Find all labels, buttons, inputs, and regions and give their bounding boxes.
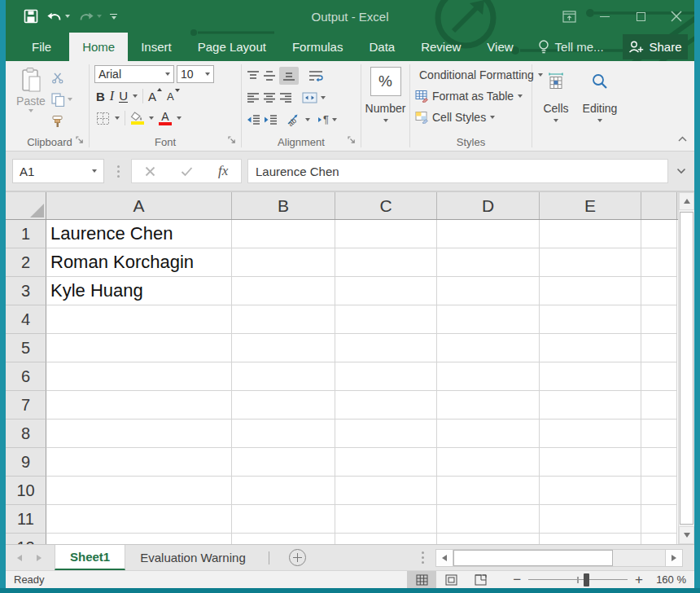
row-header-7[interactable]: 7 [6, 391, 46, 419]
cell-E7[interactable] [540, 391, 641, 419]
cell-A5[interactable] [46, 334, 232, 362]
column-header-partial[interactable] [641, 192, 677, 219]
fill-color-button[interactable] [130, 112, 144, 125]
row-header-5[interactable]: 5 [6, 334, 46, 362]
ribbon-tab-page-layout[interactable]: Page Layout [185, 33, 279, 61]
zoom-slider[interactable] [528, 573, 628, 586]
format-painter-button[interactable] [50, 112, 72, 130]
cell-F9[interactable] [641, 448, 677, 477]
cut-button[interactable] [50, 68, 72, 86]
ribbon-tab-data[interactable]: Data [356, 33, 408, 61]
cell-C4[interactable] [335, 305, 437, 334]
cell-F5[interactable] [641, 334, 677, 362]
scroll-right-button[interactable] [665, 549, 683, 567]
row-header-11[interactable]: 11 [6, 505, 46, 534]
ribbon-tab-view[interactable]: View [474, 33, 526, 61]
select-all-corner[interactable] [6, 192, 46, 219]
cell-A12[interactable] [46, 534, 232, 544]
cell-B5[interactable] [232, 334, 335, 362]
cell-B12[interactable] [232, 534, 335, 544]
cell-A2[interactable]: Roman Korchagin [46, 248, 232, 277]
font-name-combobox[interactable]: Arial [94, 65, 174, 83]
horizontal-scrollbar-thumb[interactable] [453, 550, 613, 566]
cell-B10[interactable] [232, 477, 335, 505]
cell-C7[interactable] [335, 391, 437, 419]
cell-E12[interactable] [540, 534, 641, 544]
align-left-button[interactable] [247, 92, 260, 103]
close-button[interactable] [658, 0, 694, 33]
cell-C6[interactable] [335, 362, 437, 391]
ribbon-tab-insert[interactable]: Insert [128, 33, 185, 61]
ribbon-tab-home[interactable]: Home [69, 33, 128, 61]
sheet-tab-sheet1[interactable]: Sheet1 [55, 545, 125, 570]
decrease-indent-button[interactable] [247, 114, 260, 125]
cell-C10[interactable] [335, 477, 437, 505]
cell-A6[interactable] [46, 362, 232, 391]
name-box-caret[interactable] [92, 169, 97, 173]
cell-A11[interactable] [46, 505, 232, 534]
format-as-table-button[interactable]: Format as Table [412, 86, 530, 107]
increase-font-size-button[interactable]: A [148, 90, 162, 103]
borders-button[interactable] [96, 112, 110, 125]
sheetbar-resize-dots[interactable] [422, 551, 424, 564]
cells-caret[interactable] [553, 119, 558, 122]
tell-me-box[interactable]: Tell me... [527, 33, 615, 61]
cell-E11[interactable] [540, 505, 641, 534]
cell-C9[interactable] [335, 448, 437, 477]
collapse-ribbon-button[interactable] [677, 131, 688, 146]
cell-C3[interactable] [335, 277, 437, 305]
row-header-8[interactable]: 8 [6, 419, 46, 448]
vertical-scrollbar[interactable] [678, 192, 694, 544]
font-dialog-launcher[interactable] [228, 133, 236, 147]
maximize-button[interactable] [623, 0, 658, 33]
ribbon-tab-formulas[interactable]: Formulas [279, 33, 357, 61]
cell-B3[interactable] [232, 277, 335, 305]
column-header-C[interactable]: C [335, 192, 437, 219]
column-header-A[interactable]: A [46, 192, 232, 219]
cell-E8[interactable] [540, 419, 641, 448]
row-header-9[interactable]: 9 [6, 448, 46, 477]
cell-E5[interactable] [540, 334, 641, 362]
cell-C8[interactable] [335, 419, 437, 448]
cell-F12[interactable] [641, 534, 677, 544]
row-header-3[interactable]: 3 [6, 277, 46, 305]
orientation-caret[interactable] [305, 118, 310, 121]
cell-C11[interactable] [335, 505, 437, 534]
next-sheet-button[interactable] [37, 555, 42, 561]
cell-B7[interactable] [232, 391, 335, 419]
italic-button[interactable]: I [110, 89, 114, 103]
merge-center-button[interactable] [302, 92, 317, 103]
cell-C1[interactable] [335, 220, 437, 248]
cell-F1[interactable] [641, 220, 677, 248]
editing-caret[interactable] [597, 119, 602, 122]
cell-D8[interactable] [437, 419, 540, 448]
cell-A10[interactable] [46, 477, 232, 505]
cell-A7[interactable] [46, 391, 232, 419]
cell-D9[interactable] [437, 448, 540, 477]
cell-E2[interactable] [540, 248, 641, 277]
cell-B6[interactable] [232, 362, 335, 391]
align-bottom-button[interactable] [279, 67, 299, 85]
name-box[interactable]: A1 [12, 159, 104, 183]
cell-B11[interactable] [232, 505, 335, 534]
cell-E1[interactable] [540, 220, 641, 248]
cell-F10[interactable] [641, 477, 677, 505]
page-layout-view-button[interactable] [436, 571, 466, 588]
font-size-combobox[interactable]: 10 [177, 65, 214, 83]
formula-bar-input[interactable]: Laurence Chen [247, 159, 668, 183]
cell-E3[interactable] [540, 277, 641, 305]
align-right-button[interactable] [279, 92, 292, 103]
cell-F2[interactable] [641, 248, 677, 277]
ribbon-tab-review[interactable]: Review [408, 33, 474, 61]
minimize-button[interactable] [587, 0, 623, 33]
cell-C2[interactable] [335, 248, 437, 277]
scroll-down-button[interactable] [679, 526, 694, 544]
cell-B8[interactable] [232, 419, 335, 448]
formula-bar-resize-dots[interactable] [117, 165, 120, 178]
cell-A8[interactable] [46, 419, 232, 448]
column-header-B[interactable]: B [232, 192, 335, 219]
text-direction-caret[interactable] [332, 118, 337, 121]
cell-C12[interactable] [335, 534, 437, 544]
number-group-button-label[interactable]: Number [365, 102, 406, 115]
cell-D6[interactable] [437, 362, 540, 391]
